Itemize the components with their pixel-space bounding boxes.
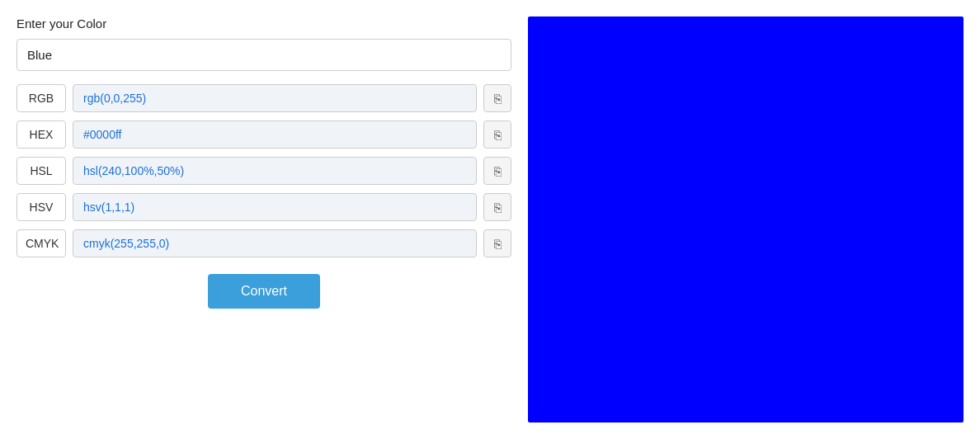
rgb-copy-button[interactable]: ⎘ — [483, 84, 511, 112]
hex-row: HEX ⎘ — [16, 120, 511, 149]
main-container: Enter your Color RGB ⎘ HEX ⎘ HSL — [0, 0, 980, 439]
cmyk-label: CMYK — [16, 229, 66, 257]
cmyk-copy-button[interactable]: ⎘ — [483, 229, 511, 257]
copy-icon-hsl: ⎘ — [494, 164, 502, 178]
hsv-label: HSV — [16, 193, 66, 221]
left-panel: Enter your Color RGB ⎘ HEX ⎘ HSL — [16, 17, 511, 422]
hsl-copy-button[interactable]: ⎘ — [483, 157, 511, 185]
rgb-label: RGB — [16, 84, 66, 112]
section-label: Enter your Color — [16, 17, 511, 31]
rows-area: RGB ⎘ HEX ⎘ HSL ⎘ HS — [16, 84, 511, 257]
convert-area: Convert — [16, 274, 511, 309]
color-preview — [528, 17, 964, 422]
hsl-row: HSL ⎘ — [16, 157, 511, 185]
hex-label: HEX — [16, 120, 66, 149]
hsv-value[interactable] — [73, 193, 477, 221]
copy-icon-hex: ⎘ — [494, 128, 502, 142]
convert-button[interactable]: Convert — [208, 274, 320, 309]
hsl-label: HSL — [16, 157, 66, 185]
copy-icon-hsv: ⎘ — [494, 201, 502, 215]
color-input[interactable] — [16, 39, 511, 71]
hsl-value[interactable] — [73, 157, 477, 185]
hex-value[interactable] — [73, 120, 477, 149]
rgb-value[interactable] — [73, 84, 477, 112]
hsv-copy-button[interactable]: ⎘ — [483, 193, 511, 221]
copy-icon-rgb: ⎘ — [494, 92, 502, 106]
hsv-row: HSV ⎘ — [16, 193, 511, 221]
cmyk-value[interactable] — [73, 229, 477, 257]
hex-copy-button[interactable]: ⎘ — [483, 120, 511, 149]
cmyk-row: CMYK ⎘ — [16, 229, 511, 257]
color-input-wrapper — [16, 39, 511, 71]
copy-icon-cmyk: ⎘ — [494, 237, 502, 251]
rgb-row: RGB ⎘ — [16, 84, 511, 112]
